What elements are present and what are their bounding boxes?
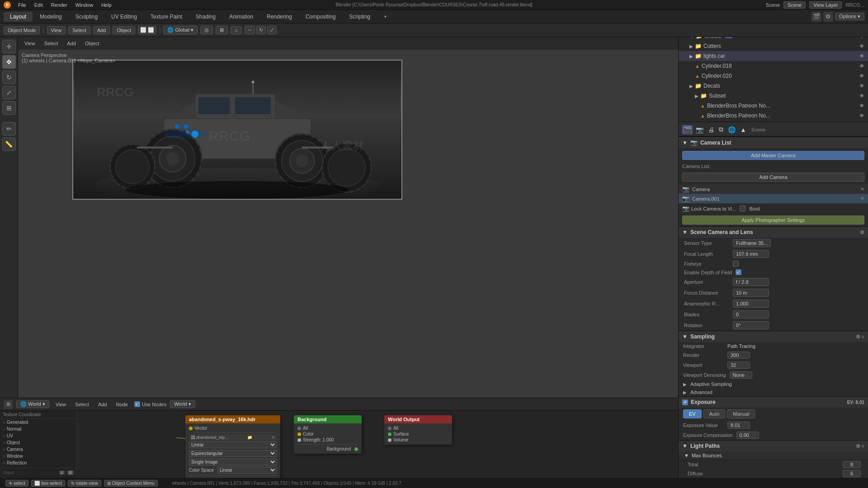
env-interpolation-select[interactable]: Linear bbox=[189, 441, 277, 448]
visibility-toggle-subset[interactable]: 👁 bbox=[859, 93, 864, 99]
tab-shading[interactable]: Shading bbox=[189, 12, 222, 22]
env-source-select[interactable]: Single Image bbox=[189, 459, 277, 465]
collection-item-decals[interactable]: ▶ 📁 Decals 👁 bbox=[679, 81, 868, 91]
world-props-icon[interactable]: 🌐 bbox=[726, 125, 737, 134]
tab-animation[interactable]: Animation bbox=[223, 12, 259, 22]
lock-camera-checkbox[interactable] bbox=[740, 206, 745, 211]
tab-sculpting[interactable]: Sculpting bbox=[69, 12, 104, 22]
node-editor-type-icon[interactable]: ⊞ bbox=[4, 400, 13, 409]
focus-distance-val[interactable]: 10 m bbox=[733, 289, 769, 297]
manual-btn[interactable]: Manual bbox=[727, 409, 755, 418]
view-menu[interactable]: View bbox=[47, 26, 66, 34]
aperture-val[interactable]: f / 2.8 bbox=[733, 278, 769, 286]
collection-item-cyl018[interactable]: ▲ Cylinder.018 👁 bbox=[679, 61, 868, 71]
visibility-toggle-decals[interactable]: 👁 bbox=[859, 83, 864, 89]
viewport-view-btn[interactable]: View bbox=[22, 40, 38, 47]
tab-add[interactable]: + bbox=[377, 12, 393, 22]
background-node[interactable]: Background All Color Strength: 1.000 Bac… bbox=[294, 415, 362, 454]
scale-tool[interactable]: ⤢ bbox=[2, 86, 16, 99]
close-btn[interactable]: RRCG... bbox=[845, 2, 864, 8]
render-icon-btn[interactable]: 🎬 bbox=[811, 12, 821, 22]
visibility-toggle-cutters[interactable]: 👁 bbox=[859, 43, 864, 49]
collection-item-cyl020[interactable]: ▲ Cylinder.020 👁 bbox=[679, 71, 868, 81]
tab-layout[interactable]: Layout bbox=[4, 12, 33, 22]
global-transform[interactable]: 🌐 Global ▾ bbox=[163, 26, 198, 34]
object-context-menu-bottom[interactable]: ⊞ Object Context Menu bbox=[104, 480, 158, 487]
proportional-btn[interactable]: ○ bbox=[231, 26, 242, 34]
rotation-val[interactable]: 0° bbox=[733, 321, 769, 329]
scene-props-icon[interactable]: 🎬 bbox=[682, 125, 693, 134]
camera-close-2[interactable]: ✕ bbox=[860, 196, 864, 202]
render-val[interactable]: 300 bbox=[727, 352, 750, 359]
env-colorspace-select[interactable]: Linear bbox=[217, 467, 277, 474]
viewport-add-btn[interactable]: Add bbox=[64, 40, 79, 47]
pivot-select[interactable]: ◎ bbox=[200, 26, 213, 34]
transform-tool[interactable]: ⊞ bbox=[2, 101, 16, 115]
object-menu[interactable]: Object bbox=[113, 26, 135, 34]
add-camera-btn[interactable]: Add Camera bbox=[682, 173, 864, 182]
node-select-btn[interactable]: Select bbox=[72, 401, 92, 408]
use-nodes-toggle[interactable]: ✓ bbox=[134, 401, 140, 407]
view-layer-icon[interactable]: ⧉ bbox=[717, 125, 725, 134]
visibility-toggle-bb2[interactable]: 👁 bbox=[859, 113, 864, 118]
sensor-type-val[interactable]: Fullframe 35... bbox=[733, 239, 771, 247]
fisheye-checkbox[interactable] bbox=[733, 261, 739, 267]
advanced-label[interactable]: Advanced bbox=[690, 389, 712, 395]
menu-window[interactable]: Window bbox=[72, 1, 97, 9]
node-view-btn[interactable]: View bbox=[53, 401, 69, 408]
viewport-3d[interactable]: View Select Add Object ○ ◉ ⬛ ⬜ 🌐 Camera … bbox=[18, 37, 778, 398]
exposure-toggle[interactable]: ✓ bbox=[682, 399, 688, 405]
rotate-view-bottom[interactable]: ↻ rotate-view bbox=[68, 480, 101, 487]
scene-camera-lens-header[interactable]: ▼ Scene Camera and Lens ⚙ bbox=[679, 227, 868, 238]
mode-selector[interactable]: Object Mode bbox=[4, 26, 40, 34]
annotate-tool[interactable]: ✏ bbox=[2, 122, 16, 136]
scene-selector[interactable]: Scene bbox=[783, 1, 806, 9]
object-props-icon[interactable]: ▲ bbox=[739, 125, 748, 134]
add-master-camera-btn[interactable]: Add Master Camera bbox=[682, 151, 864, 160]
sampling-header[interactable]: ▼ Sampling ⚙ ≡ bbox=[679, 331, 868, 342]
camera-item-camera[interactable]: 📷 Camera ✕ bbox=[679, 184, 868, 194]
collection-item-cutters[interactable]: ▶ 📁 Cutters 👁 bbox=[679, 41, 868, 51]
diffuse-val[interactable]: 6 bbox=[843, 470, 861, 477]
collection-item-bb1[interactable]: ▲ BlenderBros Patreon No... 👁 bbox=[679, 101, 868, 111]
collection-item-subset[interactable]: ▶ 📁 Subset 👁 bbox=[679, 91, 868, 101]
snap-btn[interactable]: ⊞ bbox=[216, 26, 228, 34]
env-projection-select[interactable]: Equirectangular bbox=[189, 450, 277, 457]
world-output-node[interactable]: World Output All Surface Volume bbox=[384, 415, 452, 445]
auto-btn[interactable]: Auto bbox=[703, 409, 726, 418]
measure-tool[interactable]: 📏 bbox=[2, 137, 16, 151]
tab-uv-editing[interactable]: UV Editing bbox=[105, 12, 143, 22]
blades-val[interactable]: 0 bbox=[733, 310, 769, 319]
tab-scripting[interactable]: Scripting bbox=[343, 12, 377, 22]
visibility-toggle-lights[interactable]: 👁 bbox=[859, 53, 864, 59]
total-val[interactable]: 8 bbox=[843, 461, 861, 468]
select-tool-bottom[interactable]: ✛ select bbox=[5, 480, 28, 487]
node-canvas[interactable]: abandoned_s-pway_16k.hdr Vector 🖼 abando… bbox=[77, 411, 778, 488]
tab-rendering[interactable]: Rendering bbox=[260, 12, 298, 22]
camera-item-camera001[interactable]: 📷 Camera.001 ✕ bbox=[679, 194, 868, 203]
settings-icon-btn[interactable]: ⚙ bbox=[823, 12, 833, 22]
menu-render[interactable]: Render bbox=[47, 1, 71, 9]
node-node-btn[interactable]: Node bbox=[113, 401, 130, 408]
collection-item-lights[interactable]: ▶ 📁 lights car 👁 bbox=[679, 51, 868, 61]
tab-texture-paint[interactable]: Texture Paint bbox=[144, 12, 189, 22]
node-world-select[interactable]: 🌐 World ▾ bbox=[16, 400, 49, 408]
apply-photographer-btn[interactable]: Apply Photographer Settings bbox=[682, 216, 864, 225]
ev-btn[interactable]: EV bbox=[683, 409, 702, 418]
viewport-denoising-val[interactable]: None bbox=[730, 371, 752, 379]
cursor-tool[interactable]: ✛ bbox=[2, 40, 16, 53]
exposure-header[interactable]: ✓ Exposure EV: 8.01 bbox=[679, 397, 868, 408]
select-menu[interactable]: Select bbox=[68, 26, 90, 34]
focal-length-val[interactable]: 107.6 mm bbox=[733, 250, 769, 258]
view-layer-selector[interactable]: View Layer bbox=[809, 1, 842, 9]
tab-compositing[interactable]: Compositing bbox=[299, 12, 342, 22]
collection-item-bb2[interactable]: ▲ BlenderBros Patreon No... 👁 bbox=[679, 111, 868, 121]
add-menu[interactable]: Add bbox=[93, 26, 110, 34]
adaptive-sampling-label[interactable]: Adaptive Sampling bbox=[690, 381, 732, 387]
exposure-value-val[interactable]: 8.01 bbox=[727, 422, 750, 429]
viewport-val[interactable]: 32 bbox=[727, 361, 750, 369]
exposure-compensation-val[interactable]: 0.00 bbox=[736, 432, 759, 439]
menu-file[interactable]: File bbox=[14, 1, 30, 9]
viewport-object-btn[interactable]: Object bbox=[82, 40, 102, 47]
node-world-dropdown[interactable]: World ▾ bbox=[170, 400, 195, 408]
